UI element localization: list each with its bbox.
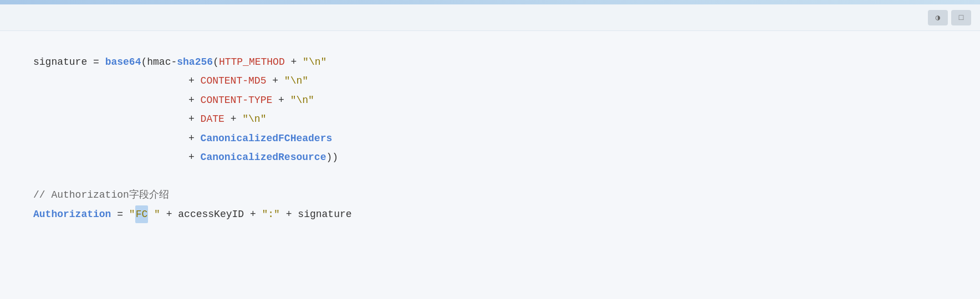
content-type: CONTENT-TYPE: [201, 91, 273, 109]
plus-2: +: [188, 72, 201, 90]
auth-plus2: +: [244, 205, 262, 223]
code-line-4: + DATE + "\n": [33, 110, 947, 128]
comment-line: // Authorization字段介绍: [33, 186, 947, 204]
indent-6: [33, 148, 188, 166]
http-method: HTTP_METHOD: [219, 53, 285, 71]
newline-2: "\n": [284, 72, 308, 90]
plus-5: +: [188, 130, 201, 147]
code-line-6: + CanonicalizedResource )): [33, 148, 947, 166]
plus-4b: +: [224, 110, 242, 128]
auth-equals: =: [111, 205, 129, 223]
plus-4: +: [188, 110, 201, 128]
signature-var: signature =: [33, 53, 105, 71]
fc-string-open: ": [129, 205, 135, 223]
newline-1: "\n": [303, 53, 326, 71]
expand-button[interactable]: □: [951, 10, 971, 25]
plus-2b: +: [266, 72, 284, 90]
newline-3: "\n": [290, 91, 314, 109]
plus-1: +: [285, 53, 303, 71]
plus-3b: +: [272, 91, 290, 109]
auth-plus3: +: [280, 205, 298, 223]
empty-line: [33, 167, 947, 185]
indent-4: [33, 110, 188, 128]
sha256-func: sha256: [177, 53, 213, 71]
close-parens: )): [326, 148, 338, 166]
code-line-3: + CONTENT-TYPE + "\n": [33, 91, 947, 109]
date-var: DATE: [201, 110, 224, 128]
auth-plus1: +: [160, 205, 178, 223]
plus-3: +: [188, 91, 201, 109]
code-line-2: + CONTENT-MD5 + "\n": [33, 72, 947, 90]
access-key-id: accessKeyID: [178, 205, 244, 223]
comment-text: // Authorization字段介绍: [33, 186, 169, 204]
indent-3: [33, 91, 188, 109]
signature-ref: signature: [298, 205, 351, 223]
auth-keyword: Authorization: [33, 205, 111, 223]
code-line-5: + CanonicalizedFCHeaders: [33, 130, 947, 147]
canonicalized-fc-headers: CanonicalizedFCHeaders: [201, 130, 333, 147]
toolbar: ◑ □: [0, 4, 980, 31]
colon-string: ":": [262, 205, 280, 223]
auth-line: Authorization = "FC " + accessKeyID + ":…: [33, 205, 947, 223]
code-block: signature = base64 (hmac- sha256 ( HTTP_…: [0, 31, 980, 246]
code-line-1: signature = base64 (hmac- sha256 ( HTTP_…: [33, 53, 947, 71]
indent-2: [33, 72, 188, 90]
plus-6: +: [188, 148, 201, 166]
canonicalized-resource: CanonicalizedResource: [201, 148, 326, 166]
top-bar: [0, 0, 980, 4]
fc-string-close: ": [148, 205, 160, 223]
fc-value: FC: [135, 205, 149, 223]
toggle-button[interactable]: ◑: [928, 10, 948, 25]
args-open: (: [213, 53, 219, 71]
base64-func: base64: [105, 53, 141, 71]
newline-4: "\n": [242, 110, 266, 128]
content-md5: CONTENT-MD5: [201, 72, 267, 90]
paren-open: (hmac-: [141, 53, 177, 71]
indent-5: [33, 130, 188, 147]
